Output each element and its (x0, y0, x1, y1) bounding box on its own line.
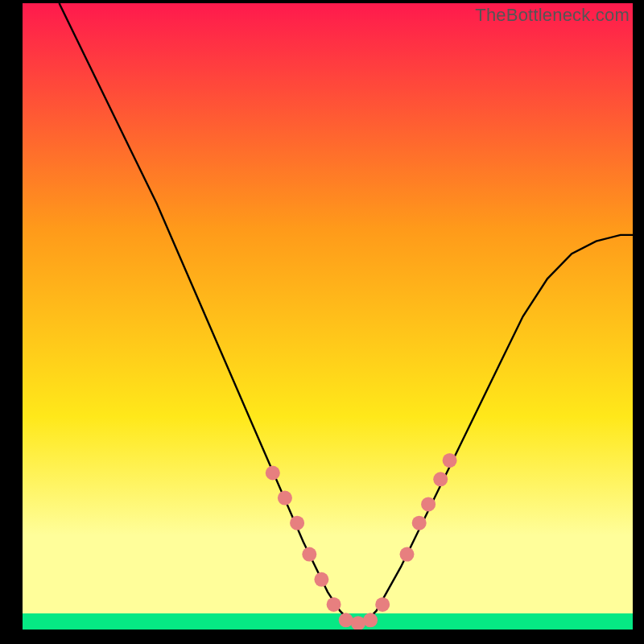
marker-dot (400, 547, 415, 562)
marker-dot (433, 472, 448, 486)
watermark-text: TheBottleneck.com (475, 5, 630, 26)
marker-dot (443, 453, 457, 468)
chart-frame (23, 3, 633, 630)
bottom-band (23, 613, 633, 630)
marker-dot (339, 613, 353, 627)
marker-dot (314, 572, 328, 587)
marker-dot (290, 516, 304, 530)
marker-dot (302, 547, 316, 562)
marker-dot (363, 613, 378, 627)
marker-dot (421, 497, 436, 511)
marker-dot (266, 466, 280, 481)
marker-dot (375, 597, 390, 612)
marker-dot (412, 516, 427, 530)
marker-dot (327, 597, 341, 612)
gradient-background (23, 3, 633, 630)
chart-svg (23, 3, 633, 630)
marker-dot (278, 491, 292, 506)
